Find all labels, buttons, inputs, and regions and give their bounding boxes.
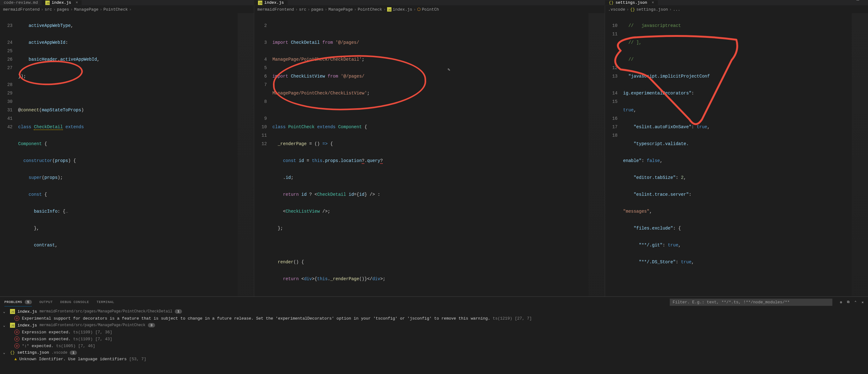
error-icon: ⊘	[14, 316, 20, 321]
tab-problems[interactable]: PROBLEMS 5	[4, 300, 32, 307]
code-area-2[interactable]: ✎ 2 3 4 5 6 7 8 9 10 11 12 import CheckD…	[254, 13, 605, 297]
problem-group[interactable]: ⌄JSindex.jsmermaidFrontend/src/pages/Man…	[0, 322, 868, 329]
chevron-up-icon[interactable]: ⌃	[855, 300, 857, 304]
tab-index-js-1[interactable]: JS index.js ×	[41, 0, 82, 5]
close-icon[interactable]: ×	[76, 0, 78, 5]
crumb[interactable]: ManagePage	[74, 7, 98, 12]
chevron-down-icon[interactable]: ⌄	[3, 323, 7, 328]
problem-source: ts(1109)	[73, 337, 93, 341]
pencil-icon[interactable]: ✎	[447, 67, 450, 72]
tab-label: PROBLEMS	[4, 300, 22, 304]
crumb[interactable]: PointCheck	[358, 7, 382, 12]
problem-item[interactable]: ⊘Expression expected. ts(1109) [7, 36]	[0, 329, 868, 336]
code-content[interactable]: // javascriptreact // ], // "javascript.…	[623, 13, 852, 297]
filter-settings-icon[interactable]: ⚙	[840, 300, 842, 304]
file-name: index.js	[18, 309, 37, 314]
crumb[interactable]: src	[299, 7, 306, 12]
crumb[interactable]: mermaidFrontend	[257, 7, 294, 12]
line-number: 41	[0, 115, 12, 123]
problem-position: [27, 7]	[515, 316, 532, 321]
problems-list[interactable]: ⌄JSindex.jsmermaidFrontend/src/pages/Man…	[0, 307, 868, 374]
diff-icon[interactable]: ⇆	[850, 0, 853, 1]
line-number: 10	[605, 22, 618, 30]
problem-message: Expression expected.	[22, 337, 71, 341]
minimap[interactable]	[588, 13, 605, 297]
tab-settings-json[interactable]: {} settings.json ×	[605, 0, 658, 5]
line-number: 12	[254, 140, 267, 148]
line-number	[605, 106, 618, 115]
bottom-panel: PROBLEMS 5 OUTPUT DEBUG CONSOLE TERMINAL…	[0, 297, 868, 374]
js-icon: JS	[10, 309, 15, 314]
problem-item[interactable]: ⊘':' expected. ts(1005) [7, 46]	[0, 342, 868, 349]
json-icon: {}	[630, 7, 635, 12]
crumb[interactable]: PointCh	[422, 7, 439, 12]
tab-index-js-2[interactable]: JS index.js	[254, 0, 287, 5]
error-icon: ⊘	[14, 343, 20, 348]
problem-item[interactable]: ⊘Experimental support for decorators is …	[0, 315, 868, 322]
line-number: 23	[0, 22, 12, 30]
breadcrumbs-1[interactable]: mermaidFrontend› src› pages› ManagePage›…	[0, 6, 254, 13]
collapse-all-icon[interactable]: ⧉	[847, 300, 849, 304]
code-content[interactable]: activeAppWebType, activeAppWebId: basicH…	[18, 13, 238, 297]
json-icon: {}	[609, 0, 614, 5]
chevron-down-icon[interactable]: ⌄	[3, 350, 7, 354]
crumb[interactable]: .vscode	[608, 7, 625, 12]
svg-text:JS: JS	[259, 2, 262, 5]
problem-count-badge: 1	[70, 350, 77, 355]
editor-pane-1: mermaidFrontend› src› pages› ManagePage›…	[0, 6, 254, 297]
problems-count-badge: 5	[25, 300, 32, 304]
line-number: 7	[254, 81, 267, 89]
line-number: 29	[0, 89, 12, 98]
line-number	[254, 89, 267, 98]
tabs-row: code-review.md JS index.js × JS index.js…	[0, 0, 868, 6]
tab-output[interactable]: OUTPUT	[39, 300, 53, 304]
line-number: 2	[254, 22, 267, 30]
more-icon[interactable]: ⋯	[863, 0, 866, 1]
split-icon[interactable]: ◫	[857, 0, 859, 1]
breadcrumbs-3[interactable]: .vscode› {} settings.json› ...	[605, 6, 868, 13]
tab-terminal[interactable]: TERMINAL	[97, 300, 115, 304]
problem-group[interactable]: ⌄JSindex.jsmermaidFrontend/src/pages/Man…	[0, 308, 868, 315]
crumb[interactable]: pages	[311, 7, 323, 12]
crumb[interactable]: settings.json	[636, 7, 668, 12]
code-area-3[interactable]: 10 11 12 13 14 15 16 17 18 // javascript…	[605, 13, 868, 297]
chevron-down-icon[interactable]: ⌄	[3, 310, 7, 314]
close-icon[interactable]: ×	[652, 0, 654, 5]
minimap[interactable]	[852, 13, 868, 297]
line-number: 10	[254, 123, 267, 131]
crumb[interactable]: ManagePage	[328, 7, 353, 12]
breadcrumbs-2[interactable]: mermaidFrontend› src› pages› ManagePage›…	[254, 6, 605, 13]
line-number: 5	[254, 64, 267, 72]
problem-source: ts(1109)	[73, 330, 93, 335]
problem-position: [7, 36]	[95, 330, 112, 335]
line-number	[0, 13, 12, 22]
problem-item[interactable]: ⊘Expression expected. ts(1109) [7, 43]	[0, 336, 868, 342]
tab-debug-console[interactable]: DEBUG CONSOLE	[60, 300, 89, 304]
crumb[interactable]: pages	[57, 7, 69, 12]
problem-item[interactable]: ▲Unknown Identifier. Use language identi…	[0, 356, 868, 363]
error-icon: ⊘	[14, 330, 20, 335]
code-area-1[interactable]: 23 24 25 26 27 28 29 30 31 41 42 activeA…	[0, 13, 254, 297]
svg-text:JS: JS	[388, 8, 391, 11]
crumb[interactable]: index.js	[393, 7, 412, 12]
crumb[interactable]: src	[45, 7, 52, 12]
js-icon: JS	[10, 323, 15, 328]
line-number: 27	[0, 64, 12, 72]
tab-code-review[interactable]: code-review.md	[0, 0, 41, 5]
line-number: 25	[0, 47, 12, 55]
minimap[interactable]	[238, 13, 254, 297]
close-icon[interactable]: ✕	[862, 300, 864, 304]
filter-input[interactable]	[670, 299, 832, 306]
problem-count-badge: 1	[175, 309, 182, 314]
crumb[interactable]: PointCheck	[103, 7, 128, 12]
code-content[interactable]: import CheckDetail from '@/pages/ Manage…	[272, 13, 588, 297]
line-number	[605, 55, 618, 64]
problem-count-badge: 3	[148, 323, 155, 328]
editor-actions: ⇆ ◫ ⋯	[850, 0, 866, 1]
crumb[interactable]: ...	[673, 7, 680, 12]
file-name: index.js	[18, 323, 37, 328]
line-number: 18	[605, 131, 618, 140]
crumb[interactable]: mermaidFrontend	[3, 7, 40, 12]
problem-group[interactable]: ⌄{}settings.json.vscode1	[0, 349, 868, 356]
problem-message: ':' expected.	[22, 344, 54, 348]
